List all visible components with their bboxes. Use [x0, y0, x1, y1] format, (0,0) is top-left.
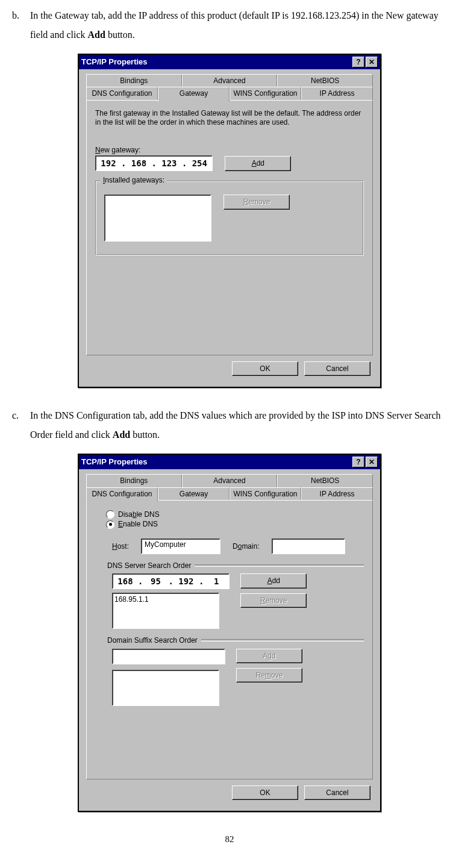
page-number: 82 — [12, 830, 447, 848]
tabs-row-2b: DNS Configuration Gateway WINS Configura… — [85, 487, 374, 501]
dns-ip-4[interactable]: 1 — [204, 576, 228, 587]
ip-seg-2[interactable]: 168 — [126, 158, 151, 169]
enable-dns-radio[interactable] — [106, 520, 114, 529]
close-button-2[interactable]: ✕ — [366, 457, 378, 467]
dns-ip-3[interactable]: 192 — [174, 576, 198, 587]
help-button[interactable]: ? — [352, 57, 364, 67]
sep-icon — [195, 564, 364, 567]
cancel-button-2[interactable]: Cancel — [304, 785, 370, 800]
host-label: Host: — [112, 542, 129, 551]
tab-advanced-2[interactable]: Advanced — [182, 474, 278, 487]
instruction-b-text: In the Gateway tab, add the IP address o… — [30, 6, 447, 45]
enable-dns-label: Enable DNS — [118, 520, 158, 528]
tab-wins-config[interactable]: WINS Configuration — [230, 87, 301, 100]
ic-after: button. — [130, 429, 160, 440]
suffix-input[interactable] — [112, 649, 225, 664]
dns-ip-2[interactable]: 95 — [143, 576, 167, 587]
tab-netbios[interactable]: NetBIOS — [277, 74, 373, 87]
tab-gateway[interactable]: Gateway — [158, 87, 230, 101]
tab-advanced[interactable]: Advanced — [182, 74, 278, 87]
installed-gateways-list[interactable] — [104, 195, 211, 242]
instruction-c: c. In the DNS Configuration tab, add the… — [12, 406, 447, 445]
domain-input[interactable] — [272, 539, 345, 554]
instruction-c-text: In the DNS Configuration tab, add the DN… — [30, 406, 447, 445]
tabs-row-1b: Bindings Advanced NetBIOS — [85, 474, 374, 487]
tabs-row-2: DNS Configuration Gateway WINS Configura… — [85, 87, 374, 100]
tab-bindings-2[interactable]: Bindings — [86, 474, 182, 487]
instruction-c-letter: c. — [12, 406, 30, 445]
dns-order-label: DNS Server Search Order — [107, 561, 191, 570]
installed-gateways-label: Installed gateways: — [101, 176, 167, 184]
tcpip-dialog-dns: TCP/IP Properties ? ✕ Bindings Advanced … — [78, 454, 381, 812]
new-gateway-input[interactable]: 192. 168. 123. 254 — [95, 155, 213, 171]
host-input[interactable]: MyComputer — [141, 539, 220, 554]
suffix-add-button: Add — [236, 649, 302, 663]
help-button-2[interactable]: ? — [352, 457, 364, 467]
new-gateway-row: 192. 168. 123. 254 Add — [95, 155, 364, 171]
sep-icon-2 — [201, 639, 364, 642]
ip-seg-4[interactable]: 254 — [187, 158, 211, 169]
dns-remove-button: Remove — [240, 593, 307, 608]
ip-seg-1[interactable]: 192 — [96, 158, 120, 169]
dialog-buttons-2: OK Cancel — [85, 785, 374, 805]
add-button[interactable]: Add — [225, 156, 291, 170]
tab-wins-config-2[interactable]: WINS Configuration — [230, 487, 301, 501]
tab-dns-config[interactable]: DNS Configuration — [86, 87, 158, 100]
dns-panel: Disable DNS Enable DNS Host: MyComputer … — [86, 500, 373, 779]
disable-dns-radio[interactable] — [106, 510, 114, 519]
ib-after: button. — [105, 30, 135, 40]
tab-ip-address-2[interactable]: IP Address — [301, 487, 373, 501]
ib-bold: Add — [88, 30, 105, 40]
dialog-buttons: OK Cancel — [85, 361, 374, 381]
dns-list-item[interactable]: 168.95.1.1 — [114, 595, 217, 604]
tabs-row-1: Bindings Advanced NetBIOS — [85, 74, 374, 87]
new-gateway-label: NNew gateway:ew gateway: — [95, 146, 364, 154]
dns-add-button[interactable]: Add — [240, 573, 307, 588]
tab-netbios-2[interactable]: NetBIOS — [277, 474, 373, 487]
ok-button-2[interactable]: OK — [232, 785, 298, 800]
ip-seg-3[interactable]: 123 — [157, 158, 181, 169]
domain-suffix-section: Add Remove — [112, 649, 364, 706]
title-text-2: TCP/IP Properties — [81, 457, 351, 467]
disable-dns-row[interactable]: Disable DNS — [106, 510, 364, 519]
domain-suffix-list[interactable] — [112, 670, 219, 706]
disable-dns-label: Disable DNS — [118, 510, 160, 519]
gateway-help-text: The first gateway in the Installed Gatew… — [95, 109, 364, 128]
tab-dns-config-2[interactable]: DNS Configuration — [86, 487, 158, 502]
tcpip-dialog-gateway: TCP/IP Properties ? ✕ Bindings Advanced … — [78, 54, 381, 388]
instruction-b-letter: b. — [12, 6, 30, 45]
instruction-b: b. In the Gateway tab, add the IP addres… — [12, 6, 447, 45]
remove-button: Remove — [223, 195, 290, 209]
close-button[interactable]: ✕ — [366, 57, 378, 67]
tab-bindings[interactable]: Bindings — [86, 74, 182, 87]
dns-server-list[interactable]: 168.95.1.1 — [112, 593, 219, 629]
titlebar: TCP/IP Properties ? ✕ — [79, 55, 380, 69]
dialog-body: Bindings Advanced NetBIOS DNS Configurat… — [79, 69, 380, 387]
gateway-panel: The first gateway in the Installed Gatew… — [86, 100, 373, 355]
ic-bold: Add — [113, 429, 130, 440]
title-text: TCP/IP Properties — [81, 57, 351, 67]
dialog-body-2: Bindings Advanced NetBIOS DNS Configurat… — [79, 469, 380, 811]
suffix-remove-button: Remove — [236, 668, 302, 682]
domain-label: Domain: — [233, 542, 260, 551]
dns-order-section: 168. 95. 192. 1 168.95.1.1 Add Remove — [112, 573, 364, 629]
titlebar-2: TCP/IP Properties ? ✕ — [79, 455, 380, 469]
dns-ip-1[interactable]: 168 — [113, 576, 137, 587]
domain-suffix-label: Domain Suffix Search Order — [107, 636, 198, 645]
enable-dns-row[interactable]: Enable DNS — [106, 520, 364, 528]
installed-gateways-group: Installed gateways: Remove — [95, 181, 364, 255]
ok-button[interactable]: OK — [232, 361, 298, 376]
ic-before: In the DNS Configuration tab, add the DN… — [30, 410, 441, 440]
cancel-button[interactable]: Cancel — [304, 361, 370, 376]
dns-ip-input[interactable]: 168. 95. 192. 1 — [112, 573, 230, 589]
tab-gateway-2[interactable]: Gateway — [158, 487, 230, 501]
tab-ip-address[interactable]: IP Address — [301, 87, 373, 100]
